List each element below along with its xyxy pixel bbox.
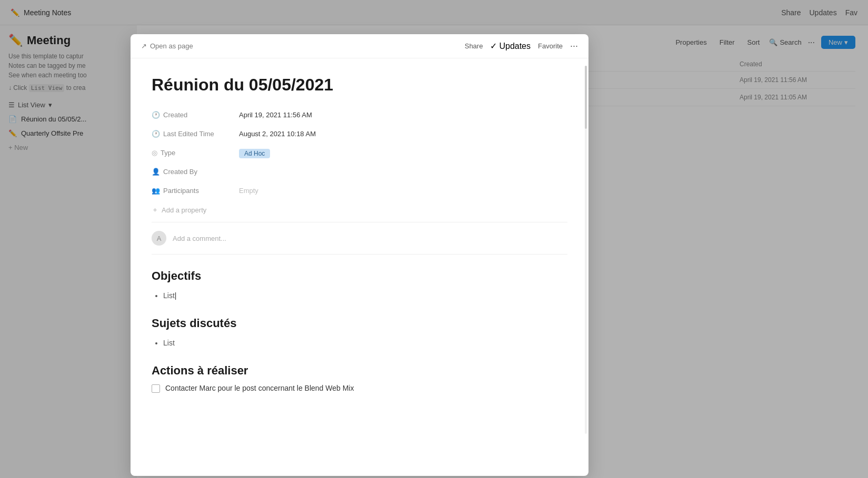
prop-last-edited: 🕐 Last Edited Time August 2, 2021 10:18 …: [152, 126, 567, 145]
people-icon: 👥: [152, 187, 160, 195]
section-sujets-title: Sujets discutés: [152, 317, 567, 330]
divider-1: [152, 222, 567, 222]
modal-title: Réunion du 05/05/2021: [152, 75, 567, 95]
checkbox-label: Contacter Marc pour le post concernant l…: [165, 384, 354, 392]
person-icon: 👤: [152, 168, 160, 176]
scrollbar-thumb: [585, 66, 587, 129]
prop-type-label: ◎ Type: [152, 149, 231, 157]
prop-participants-value[interactable]: Empty: [239, 187, 567, 195]
prop-last-edited-value[interactable]: August 2, 2021 10:18 AM: [239, 130, 567, 138]
prop-created-value[interactable]: April 19, 2021 11:56 AM: [239, 111, 567, 119]
clock-icon-2: 🕐: [152, 130, 160, 138]
modal-updates-button[interactable]: ✓ Updates: [490, 41, 531, 51]
plus-icon-prop: ＋: [152, 205, 158, 215]
scrollbar: [585, 66, 587, 434]
open-as-page-label: Open as page: [150, 42, 193, 50]
prop-created: 🕐 Created April 19, 2021 11:56 AM: [152, 107, 567, 126]
open-as-page-button[interactable]: ↗ Open as page: [141, 42, 193, 50]
add-property-label: Add a property: [162, 206, 206, 214]
prop-created-label: 🕐 Created: [152, 111, 231, 119]
external-link-icon: ↗: [141, 42, 147, 50]
avatar: A: [152, 231, 166, 246]
modal-share-button[interactable]: Share: [465, 42, 483, 50]
list-item[interactable]: List: [163, 289, 567, 302]
comment-area: A Add a comment...: [152, 227, 567, 250]
section-objectifs-title: Objectifs: [152, 269, 567, 283]
checkbox-item[interactable]: Contacter Marc pour le post concernant l…: [152, 384, 567, 393]
add-property-button[interactable]: ＋ Add a property: [152, 202, 567, 218]
clock-icon: 🕐: [152, 111, 160, 119]
updates-label: Updates: [499, 42, 531, 51]
checkbox[interactable]: [152, 384, 160, 393]
modal-favorite-button[interactable]: Favorite: [538, 42, 563, 50]
modal-topbar: ↗ Open as page Share ✓ Updates Favorite …: [131, 34, 588, 58]
comment-input[interactable]: Add a comment...: [173, 235, 567, 242]
sujets-list: List: [152, 337, 567, 349]
modal-body: Réunion du 05/05/2021 🕐 Created April 19…: [131, 58, 588, 476]
divider-2: [152, 254, 567, 255]
prop-participants: 👥 Participants Empty: [152, 183, 567, 202]
prop-last-edited-label: 🕐 Last Edited Time: [152, 130, 231, 138]
modal-more-button[interactable]: ···: [570, 40, 578, 52]
prop-type-value[interactable]: Ad Hoc: [239, 149, 567, 158]
modal: ↗ Open as page Share ✓ Updates Favorite …: [131, 34, 588, 476]
prop-created-by-label: 👤 Created By: [152, 168, 231, 176]
section-actions-title: Actions à réaliser: [152, 364, 567, 378]
objectifs-list: List: [152, 289, 567, 302]
list-item[interactable]: List: [163, 337, 567, 349]
prop-type: ◎ Type Ad Hoc: [152, 145, 567, 164]
check-icon: ✓: [490, 41, 497, 51]
type-badge: Ad Hoc: [239, 149, 270, 158]
prop-participants-label: 👥 Participants: [152, 187, 231, 195]
modal-actions: Share ✓ Updates Favorite ···: [465, 40, 578, 52]
prop-created-by: 👤 Created By: [152, 164, 567, 183]
tag-icon: ◎: [152, 149, 157, 157]
